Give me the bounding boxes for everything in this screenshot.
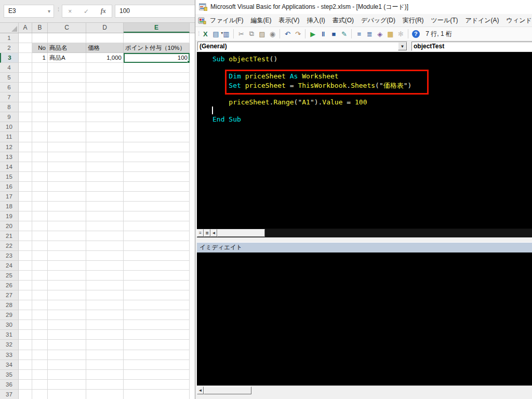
cell-D9[interactable] bbox=[86, 112, 124, 122]
cell-D22[interactable] bbox=[86, 241, 124, 251]
cell-B21[interactable] bbox=[32, 231, 48, 241]
cell-B35[interactable] bbox=[32, 370, 48, 380]
cell-E33[interactable] bbox=[124, 350, 190, 360]
cell-D31[interactable] bbox=[86, 330, 124, 340]
cell-B7[interactable] bbox=[32, 92, 48, 102]
row-header-14[interactable]: 14 bbox=[0, 162, 19, 172]
cell-D17[interactable] bbox=[86, 192, 124, 202]
cell-C37[interactable] bbox=[48, 390, 86, 399]
cell-B26[interactable] bbox=[32, 281, 48, 290]
cell-E18[interactable] bbox=[124, 202, 190, 211]
cell-A9[interactable] bbox=[19, 112, 32, 122]
undo-icon[interactable]: ↶ bbox=[282, 29, 292, 39]
cell-A24[interactable] bbox=[19, 261, 32, 271]
row-header-13[interactable]: 13 bbox=[0, 152, 19, 162]
cell-C17[interactable] bbox=[48, 192, 86, 202]
cell-A20[interactable] bbox=[19, 221, 32, 231]
cell-D7[interactable] bbox=[86, 92, 124, 102]
cell-A28[interactable] bbox=[19, 300, 32, 310]
cell-D32[interactable] bbox=[86, 340, 124, 350]
cell-A30[interactable] bbox=[19, 320, 32, 330]
copy-icon[interactable]: ⧉ bbox=[246, 29, 257, 39]
row-header-9[interactable]: 9 bbox=[0, 112, 19, 122]
cell-A5[interactable] bbox=[19, 73, 32, 83]
column-header-A[interactable]: A bbox=[19, 23, 32, 33]
cell-B20[interactable] bbox=[32, 221, 48, 231]
cell-B29[interactable] bbox=[32, 310, 48, 320]
cell-D26[interactable] bbox=[86, 281, 124, 290]
cell-B12[interactable] bbox=[32, 142, 48, 152]
row-header-11[interactable]: 11 bbox=[0, 132, 19, 142]
cell-C4[interactable] bbox=[48, 63, 86, 73]
cell-B3[interactable]: 1 bbox=[32, 53, 48, 63]
cell-D15[interactable] bbox=[86, 172, 124, 182]
cell-C19[interactable] bbox=[48, 211, 86, 221]
reset-icon[interactable]: ■ bbox=[328, 29, 339, 39]
cell-D33[interactable] bbox=[86, 350, 124, 360]
cell-A4[interactable] bbox=[19, 63, 32, 73]
cell-B25[interactable] bbox=[32, 271, 48, 281]
cell-D37[interactable] bbox=[86, 390, 124, 399]
cell-A14[interactable] bbox=[19, 162, 32, 172]
cell-B34[interactable] bbox=[32, 360, 48, 370]
object-combobox-dropdown-icon[interactable]: ▼ bbox=[398, 42, 407, 50]
cell-C29[interactable] bbox=[48, 310, 86, 320]
cell-C16[interactable] bbox=[48, 182, 86, 192]
cell-E2[interactable]: ポイント付与（10%） bbox=[124, 43, 190, 53]
cell-B17[interactable] bbox=[32, 192, 48, 202]
cell-A31[interactable] bbox=[19, 330, 32, 340]
menu-item-R[interactable]: 実行(R) bbox=[399, 15, 428, 26]
cell-D20[interactable] bbox=[86, 221, 124, 231]
cell-D28[interactable] bbox=[86, 300, 124, 310]
cell-D12[interactable] bbox=[86, 142, 124, 152]
cell-E36[interactable] bbox=[124, 380, 190, 390]
cell-B8[interactable] bbox=[32, 102, 48, 112]
toolbox-icon[interactable]: ▦ bbox=[385, 29, 395, 39]
select-all-corner[interactable] bbox=[0, 23, 19, 33]
cell-E19[interactable] bbox=[124, 211, 190, 221]
cell-D27[interactable] bbox=[86, 290, 124, 300]
cell-D3[interactable]: 1,000 bbox=[86, 53, 124, 63]
cell-C27[interactable] bbox=[48, 290, 86, 300]
cell-B9[interactable] bbox=[32, 112, 48, 122]
cell-A6[interactable] bbox=[19, 83, 32, 92]
cell-C33[interactable] bbox=[48, 350, 86, 360]
cell-E4[interactable] bbox=[124, 63, 190, 73]
row-header-21[interactable]: 21 bbox=[0, 231, 19, 241]
cell-B32[interactable] bbox=[32, 340, 48, 350]
row-header-17[interactable]: 17 bbox=[0, 192, 19, 202]
cell-B18[interactable] bbox=[32, 202, 48, 211]
split-view-button-1[interactable]: ≡ bbox=[197, 229, 204, 237]
cell-A13[interactable] bbox=[19, 152, 32, 162]
menu-item-O[interactable]: 書式(O) bbox=[329, 15, 357, 26]
msforms-options-icon[interactable]: ✻ bbox=[395, 29, 406, 39]
cell-B33[interactable] bbox=[32, 350, 48, 360]
cell-B31[interactable] bbox=[32, 330, 48, 340]
row-header-8[interactable]: 8 bbox=[0, 102, 19, 112]
cell-D34[interactable] bbox=[86, 360, 124, 370]
cell-D14[interactable] bbox=[86, 162, 124, 172]
cell-A23[interactable] bbox=[19, 251, 32, 261]
row-header-12[interactable]: 12 bbox=[0, 142, 19, 152]
properties-window-icon[interactable]: ≣ bbox=[364, 29, 375, 39]
cell-C13[interactable] bbox=[48, 152, 86, 162]
cell-C31[interactable] bbox=[48, 330, 86, 340]
cell-C28[interactable] bbox=[48, 300, 86, 310]
row-header-28[interactable]: 28 bbox=[0, 300, 19, 310]
cell-E23[interactable] bbox=[124, 251, 190, 261]
cell-B19[interactable] bbox=[32, 211, 48, 221]
formula-input[interactable]: 100 bbox=[115, 5, 195, 18]
cell-D4[interactable] bbox=[86, 63, 124, 73]
cell-E35[interactable] bbox=[124, 370, 190, 380]
cell-D35[interactable] bbox=[86, 370, 124, 380]
cell-B4[interactable] bbox=[32, 63, 48, 73]
cell-A1[interactable] bbox=[19, 33, 32, 43]
procedure-combobox[interactable]: objectTest bbox=[411, 42, 532, 51]
cell-C14[interactable] bbox=[48, 162, 86, 172]
code-scroll-left-icon[interactable]: ◄ bbox=[210, 229, 217, 237]
redo-icon[interactable]: ↷ bbox=[292, 29, 303, 39]
design-mode-icon[interactable]: ✎ bbox=[339, 29, 349, 39]
menu-item-A[interactable]: アドイン(A) bbox=[461, 15, 502, 26]
row-header-2[interactable]: 2 bbox=[0, 43, 19, 53]
cell-A8[interactable] bbox=[19, 102, 32, 112]
